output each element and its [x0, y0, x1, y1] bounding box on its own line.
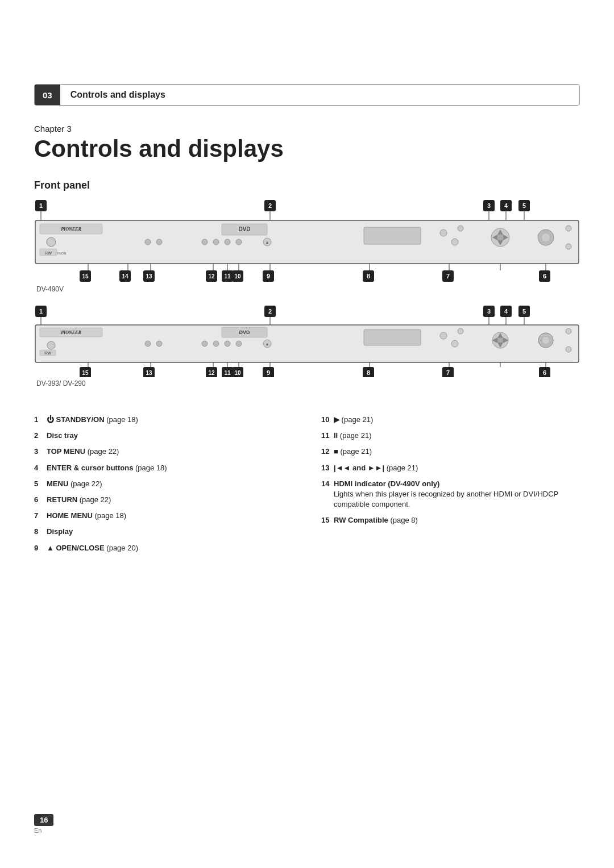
svg-point-116 [497, 337, 503, 343]
desc-num-9: 9 [34, 543, 47, 553]
svg-point-18 [47, 237, 56, 247]
svg-text:11: 11 [224, 273, 231, 279]
svg-text:RW: RW [45, 251, 52, 255]
desc-text-6: RETURN (page 22) [47, 495, 111, 505]
desc-item-2: 2 Disc tray [34, 431, 293, 441]
desc-item-12: 12 ■ (page 21) [321, 446, 580, 457]
desc-text-15: RW Compatible (page 8) [334, 515, 418, 525]
svg-point-121 [566, 347, 571, 352]
desc-item-6: 6 RETURN (page 22) [34, 495, 293, 505]
svg-point-109 [440, 332, 447, 339]
diagram-svg-1: 1 2 3 4 5 PIONEER STANDBY/ON RW DVD [34, 199, 580, 283]
banner-number: 03 [35, 85, 60, 105]
desc-num-2: 2 [34, 431, 47, 441]
desc-num-15: 15 [321, 515, 334, 525]
desc-text-9: ▲ OPEN/CLOSE (page 20) [47, 543, 138, 553]
desc-num-6: 6 [34, 495, 47, 505]
svg-point-45 [566, 244, 571, 249]
svg-text:9: 9 [267, 273, 270, 279]
svg-point-105 [236, 341, 242, 347]
desc-text-8: Display [47, 527, 73, 537]
svg-point-34 [451, 239, 458, 245]
svg-point-103 [213, 341, 219, 347]
desc-col-left: 1 ⏻ STANDBY/ON (page 18) 2 Disc tray 3 T… [34, 415, 310, 559]
svg-text:5: 5 [522, 202, 526, 209]
svg-text:6: 6 [543, 369, 546, 376]
svg-text:4: 4 [504, 308, 508, 315]
svg-text:DVD: DVD [238, 226, 250, 232]
svg-text:12: 12 [208, 370, 215, 376]
desc-item-4: 4 ENTER & cursor buttons (page 18) [34, 463, 293, 473]
svg-text:13: 13 [146, 370, 152, 376]
desc-num-3: 3 [34, 446, 47, 457]
chapter-main-title: Controls and displays [34, 135, 284, 162]
svg-point-26 [202, 239, 208, 245]
page-lang: En [34, 827, 53, 834]
svg-text:6: 6 [543, 273, 546, 279]
svg-text:PIONEER: PIONEER [61, 330, 81, 335]
desc-num-7: 7 [34, 511, 47, 521]
svg-text:12: 12 [208, 273, 215, 279]
desc-item-15: 15 RW Compatible (page 8) [321, 515, 580, 525]
svg-text:8: 8 [367, 369, 370, 376]
desc-num-10: 10 [321, 415, 334, 425]
model-label-1: DV-490V [36, 285, 64, 293]
desc-num-1: 1 [34, 415, 47, 425]
svg-text:13: 13 [146, 273, 152, 279]
desc-text-11: II (page 21) [334, 431, 372, 441]
desc-text-5: MENU (page 22) [47, 479, 102, 489]
svg-point-25 [156, 239, 162, 245]
svg-rect-32 [364, 227, 421, 244]
svg-point-43 [458, 226, 463, 231]
page-number: 16 [34, 814, 53, 826]
svg-point-27 [213, 239, 219, 245]
svg-point-120 [566, 328, 571, 334]
desc-item-1: 1 ⏻ STANDBY/ON (page 18) [34, 415, 293, 425]
svg-point-101 [156, 341, 162, 347]
desc-num-12: 12 [321, 446, 334, 457]
svg-point-33 [440, 229, 447, 236]
svg-point-29 [236, 239, 242, 245]
desc-item-9: 9 ▲ OPEN/CLOSE (page 20) [34, 543, 293, 553]
svg-point-119 [458, 328, 463, 334]
svg-text:2: 2 [268, 308, 272, 315]
desc-num-11: 11 [321, 431, 334, 441]
svg-text:10: 10 [234, 370, 241, 376]
desc-text-7: HOME MENU (page 18) [47, 511, 126, 521]
svg-point-110 [451, 340, 458, 347]
desc-item-8: 8 Display [34, 527, 293, 537]
svg-text:15: 15 [82, 273, 89, 279]
desc-item-11: 11 II (page 21) [321, 431, 580, 441]
svg-point-100 [145, 341, 151, 347]
desc-text-12: ■ (page 21) [334, 446, 372, 457]
svg-text:2: 2 [268, 202, 272, 209]
svg-text:1: 1 [39, 308, 43, 315]
svg-text:11: 11 [224, 370, 231, 376]
svg-text:7: 7 [446, 369, 450, 376]
desc-col-right: 10 ▶ (page 21) 11 II (page 21) 12 ■ (pag… [310, 415, 580, 559]
svg-text:3: 3 [487, 308, 491, 315]
device-diagram-1: 1 2 3 4 5 PIONEER STANDBY/ON RW DVD [34, 199, 580, 283]
svg-text:15: 15 [82, 370, 89, 376]
svg-text:1: 1 [39, 202, 43, 209]
svg-text:▲: ▲ [265, 342, 269, 346]
svg-text:▲: ▲ [265, 240, 269, 244]
desc-num-5: 5 [34, 479, 47, 489]
desc-num-4: 4 [34, 463, 47, 473]
desc-text-2: Disc tray [47, 431, 78, 441]
desc-item-3: 3 TOP MENU (page 22) [34, 446, 293, 457]
svg-point-102 [202, 341, 208, 347]
model-label-2: DV-393/ DV-290 [36, 379, 86, 387]
desc-item-10: 10 ▶ (page 21) [321, 415, 580, 425]
desc-text-3: TOP MENU (page 22) [47, 446, 119, 457]
svg-point-42 [541, 233, 550, 242]
svg-text:PIONEER: PIONEER [61, 227, 81, 232]
banner-title: Controls and displays [60, 90, 165, 100]
desc-text-1: ⏻ STANDBY/ON (page 18) [47, 415, 138, 425]
device-diagram-2: 1 2 3 4 5 PIONEER RW DVD ▲ [34, 304, 580, 377]
desc-text-13: |◄◄ and ►►| (page 21) [334, 463, 418, 473]
svg-point-44 [566, 226, 571, 231]
svg-point-104 [225, 341, 230, 347]
svg-text:8: 8 [367, 273, 370, 279]
svg-rect-108 [364, 329, 421, 345]
